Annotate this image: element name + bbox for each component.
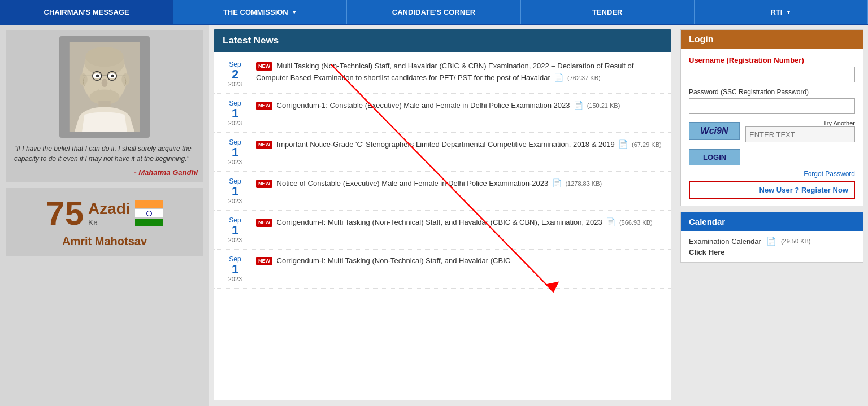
forgot-password-link[interactable]: Forgot Password [689, 170, 855, 178]
gandhi-quote: "If I have the belief that I can do it, … [11, 143, 198, 164]
exam-calendar-label: Examination Calendar [689, 237, 761, 246]
news-date-3: Sep 1 2023 [221, 138, 249, 165]
nav-rti[interactable]: RTI ▼ [695, 0, 868, 24]
gandhi-section: "If I have the belief that I can do it, … [6, 30, 203, 182]
news-item: Sep 1 2023 NEW Important Notice-Grade 'C… [214, 133, 671, 172]
svg-point-7 [96, 75, 99, 77]
latest-news-header: Latest News [214, 29, 671, 52]
captcha-image: Wci9N [689, 122, 740, 140]
news-date-4: Sep 1 2023 [221, 177, 249, 204]
news-item: Sep 1 2023 NEW Corrigendum-I: Multi Task… [214, 250, 671, 289]
try-another-label[interactable]: Try Another [745, 120, 855, 126]
chevron-down-icon-rti: ▼ [785, 9, 791, 15]
username-input[interactable] [689, 67, 855, 82]
calendar-header: Calendar [681, 212, 863, 231]
news-content-2: NEW Corrigendum-1: Constable (Executive)… [256, 99, 664, 126]
pdf-icon-3[interactable]: 📄 [618, 138, 628, 150]
ka-word: Ka [88, 218, 98, 227]
login-button[interactable]: LOGIN [689, 149, 740, 165]
news-item: Sep 1 2023 NEW Notice of Constable (Exec… [214, 172, 671, 211]
news-content-3: NEW Important Notice-Grade 'C' Stenograp… [256, 138, 664, 165]
nav-chairmans-message[interactable]: CHAIRMAN'S MESSAGE [0, 0, 173, 24]
nav-tender[interactable]: TENDER [521, 0, 695, 24]
svg-point-14 [102, 79, 108, 87]
new-badge-1: NEW [256, 62, 272, 71]
news-item: Sep 2 2023 NEW Multi Tasking (Non-Techni… [214, 55, 671, 94]
nav-the-commission[interactable]: THE COMMISSION ▼ [173, 0, 347, 24]
file-size-2: (150.21 KB) [587, 102, 620, 109]
calendar-file-size: (29.50 KB) [781, 238, 811, 245]
right-sidebar: Login Username (Registration Number) Pas… [676, 25, 868, 406]
news-date-5: Sep 1 2023 [221, 216, 249, 243]
new-badge-6: NEW [256, 257, 272, 266]
news-content-5: NEW Corrigendum-I: Multi Tasking (Non-Te… [256, 216, 664, 243]
pdf-icon-1[interactable]: 📄 [554, 72, 563, 84]
register-text: New User ? Register Now [760, 186, 849, 194]
click-here[interactable]: Click Here [689, 248, 855, 256]
nav-candidates-corner[interactable]: CANDIDATE'S CORNER [347, 0, 520, 24]
login-box: Login Username (Registration Number) Pas… [680, 29, 863, 206]
file-size-1: (762.37 KB) [567, 75, 601, 81]
pdf-icon-2[interactable]: 📄 [574, 99, 583, 111]
captcha-input[interactable] [745, 126, 855, 142]
news-content-6: NEW Corrigendum-I: Multi Tasking (Non-Te… [256, 255, 664, 282]
password-input[interactable] [689, 98, 855, 114]
main-layout: "If I have the belief that I can do it, … [0, 25, 868, 406]
register-row[interactable]: New User ? Register Now [689, 181, 855, 199]
new-badge-5: NEW [256, 219, 272, 228]
tricolor-flag [135, 200, 163, 226]
login-header: Login [681, 30, 863, 49]
svg-point-17 [85, 47, 124, 67]
news-content-4: NEW Notice of Constable (Executive) Male… [256, 177, 664, 204]
left-sidebar: "If I have the belief that I can do it, … [0, 25, 209, 406]
login-body: Username (Registration Number) Password … [681, 49, 863, 206]
svg-point-8 [111, 75, 114, 77]
captcha-row: Wci9N Try Another [689, 120, 855, 142]
amrit-text: Amrit Mahotsav [11, 235, 198, 248]
calendar-line: Examination Calendar 📄 (29.50 KB) [689, 237, 855, 246]
calendar-body: Examination Calendar 📄 (29.50 KB) Click … [681, 231, 863, 262]
top-nav: CHAIRMAN'S MESSAGE THE COMMISSION ▼ CAND… [0, 0, 868, 25]
new-badge-3: NEW [256, 141, 272, 150]
chevron-down-icon: ▼ [292, 9, 297, 15]
news-container: Sep 2 2023 NEW Multi Tasking (Non-Techni… [214, 52, 671, 400]
azadi-section: 75 Azadi Ka Amrit Mahotsav [6, 188, 203, 256]
password-label: Password (SSC Registration Password) [689, 88, 855, 96]
file-size-4: (1278.83 KB) [565, 180, 602, 187]
gandhi-author: - Mahatma Gandhi [11, 168, 198, 177]
gandhi-image [59, 36, 150, 138]
news-date-6: Sep 1 2023 [221, 255, 249, 282]
azadi-word: Azadi [88, 200, 131, 218]
calendar-box: Calendar Examination Calendar 📄 (29.50 K… [680, 212, 863, 263]
file-size-3: (67.29 KB) [632, 141, 662, 148]
news-item: Sep 1 2023 NEW Corrigendum-I: Multi Task… [214, 211, 671, 250]
news-date-2: Sep 1 2023 [221, 99, 249, 126]
pdf-icon-5[interactable]: 📄 [606, 216, 615, 228]
new-badge-2: NEW [256, 102, 272, 111]
center-content: Latest News Sep 2 2023 NEW Multi Tasking… [209, 25, 676, 406]
azadi-75-number: 75 [46, 197, 84, 230]
file-size-5: (566.93 KB) [619, 219, 653, 226]
news-date-1: Sep 2 2023 [221, 60, 249, 88]
news-content-1: NEW Multi Tasking (Non-Technical) Staff,… [256, 60, 664, 88]
new-badge-4: NEW [256, 180, 272, 189]
news-item: Sep 1 2023 NEW Corrigendum-1: Constable … [214, 94, 671, 133]
pdf-icon-4[interactable]: 📄 [552, 177, 562, 189]
username-label: Username (Registration Number) [689, 56, 855, 64]
pdf-icon-cal[interactable]: 📄 [766, 237, 776, 246]
